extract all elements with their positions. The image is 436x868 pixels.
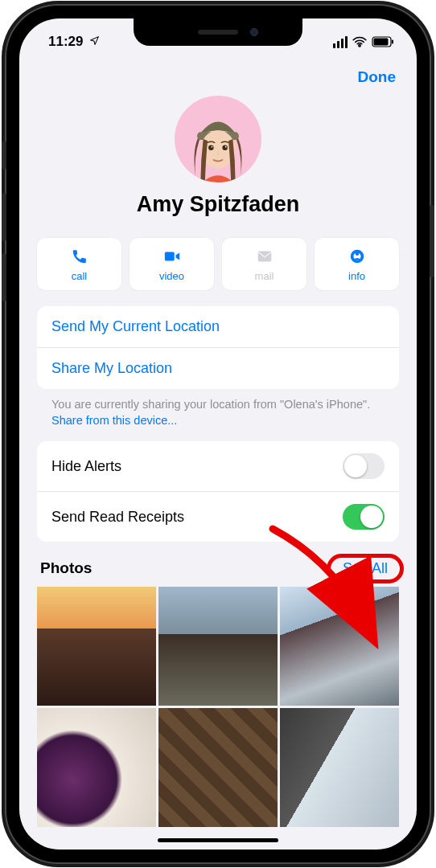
svg-rect-2 xyxy=(392,40,393,44)
photo-thumbnail[interactable] xyxy=(37,708,156,827)
video-button[interactable]: video xyxy=(130,238,214,290)
status-time-area: 11:29 xyxy=(48,34,100,50)
nav-bar: Done xyxy=(19,57,417,91)
read-receipts-toggle[interactable] xyxy=(343,504,385,530)
svg-point-13 xyxy=(355,252,359,256)
photos-header: Photos See All xyxy=(37,555,399,587)
mail-icon xyxy=(255,248,274,265)
share-location-row[interactable]: Share My Location xyxy=(37,348,399,389)
see-all-button[interactable]: See All xyxy=(335,557,396,579)
send-current-location-row[interactable]: Send My Current Location xyxy=(37,306,399,348)
photos-title: Photos xyxy=(40,559,92,577)
notch xyxy=(134,18,302,46)
share-from-this-device-link[interactable]: Share from this device... xyxy=(51,414,177,427)
status-time: 11:29 xyxy=(48,34,83,49)
photos-section: Photos See All xyxy=(37,555,399,827)
contact-name: Amy Spitzfaden xyxy=(137,192,300,217)
photo-thumbnail[interactable] xyxy=(37,587,156,706)
battery-icon xyxy=(372,36,394,47)
volume-up-button xyxy=(2,193,6,241)
svg-point-8 xyxy=(225,146,227,148)
svg-point-6 xyxy=(222,145,227,150)
svg-point-7 xyxy=(212,146,213,148)
location-actions-group: Send My Current Location Share My Locati… xyxy=(37,306,399,389)
mail-label: mail xyxy=(255,270,274,282)
svg-point-5 xyxy=(208,145,213,150)
send-current-location-label: Send My Current Location xyxy=(51,318,220,335)
status-right xyxy=(333,36,395,48)
speaker-grill xyxy=(198,30,238,35)
contact-header: Amy Spitzfaden xyxy=(19,91,417,223)
notification-settings-group: Hide Alerts Send Read Receipts xyxy=(37,441,399,542)
video-icon xyxy=(162,248,182,265)
call-button[interactable]: call xyxy=(37,238,121,290)
photo-thumbnail[interactable] xyxy=(158,587,278,706)
phone-frame: 11:29 Done xyxy=(5,4,431,864)
hide-alerts-row: Hide Alerts xyxy=(37,441,399,492)
contact-action-row: call video mail info xyxy=(19,223,417,306)
info-icon xyxy=(348,248,366,265)
screen: 11:29 Done xyxy=(19,18,417,850)
power-button xyxy=(430,205,434,277)
front-camera xyxy=(250,28,258,36)
info-label: info xyxy=(348,270,365,282)
cellular-signal-icon xyxy=(333,36,348,48)
video-label: video xyxy=(159,270,184,282)
photo-thumbnail[interactable] xyxy=(158,708,278,827)
location-footer-text: You are currently sharing your location … xyxy=(51,398,370,411)
svg-rect-9 xyxy=(164,252,174,261)
mute-switch xyxy=(2,141,6,170)
info-button[interactable]: info xyxy=(315,238,399,290)
call-label: call xyxy=(72,270,88,282)
home-indicator[interactable] xyxy=(158,838,278,842)
photo-thumbnail[interactable] xyxy=(280,587,399,706)
read-receipts-label: Send Read Receipts xyxy=(51,509,184,526)
photo-thumbnail[interactable] xyxy=(280,708,399,827)
mail-button: mail xyxy=(222,238,306,290)
done-button[interactable]: Done xyxy=(358,68,397,86)
wifi-icon xyxy=(352,36,367,47)
share-location-label: Share My Location xyxy=(51,360,172,377)
hide-alerts-label: Hide Alerts xyxy=(51,458,121,475)
volume-down-button xyxy=(2,253,6,301)
hide-alerts-toggle[interactable] xyxy=(343,453,385,479)
photos-grid xyxy=(37,587,399,827)
location-sharing-footer: You are currently sharing your location … xyxy=(51,397,385,428)
contact-avatar[interactable] xyxy=(175,96,261,182)
read-receipts-row: Send Read Receipts xyxy=(37,492,399,542)
svg-rect-1 xyxy=(374,39,389,46)
location-services-icon xyxy=(89,35,100,48)
phone-icon xyxy=(71,248,88,265)
